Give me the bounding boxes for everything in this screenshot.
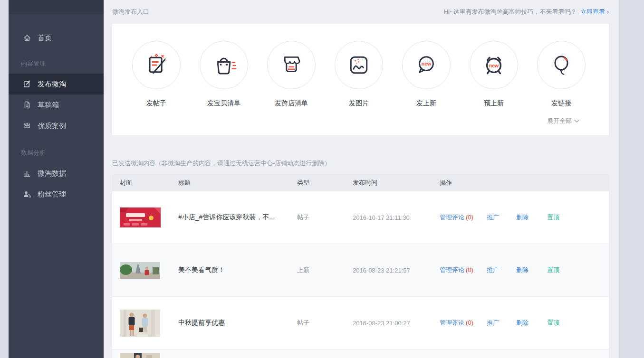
- sidebar-item-label: 微淘数据: [38, 169, 66, 178]
- column-header-actions: 操作: [440, 179, 609, 187]
- row-actions: 管理评论(0) 推广 删除 置顶: [440, 213, 609, 222]
- table-row: 美不美看气质！ 上新 2016-08-23 21:21:57 管理评论(0) 推…: [112, 244, 609, 296]
- expand-all-button[interactable]: 展开全部: [547, 117, 579, 125]
- topbar: 微淘发布入口 Hi~这里有发布微淘的高富帅技巧，不来看看吗？ 立即查看 ›: [112, 0, 609, 24]
- cover-cell: [112, 349, 178, 358]
- row-title: #小店_#告诉你应该穿秋装，不...: [178, 213, 297, 222]
- sidebar-item-drafts[interactable]: 草稿箱: [9, 94, 104, 115]
- entry-label: 预上新: [460, 99, 528, 108]
- table-row: [112, 349, 609, 358]
- row-publish-time: 2016-08-23 21:00:27: [353, 320, 440, 327]
- speech-new-icon[interactable]: new: [402, 41, 451, 89]
- svg-text:new: new: [489, 63, 499, 68]
- promote-link[interactable]: 推广: [487, 213, 499, 222]
- table-row: 中秋提前享优惠 帖子 2016-08-23 21:00:27 管理评论(0) 推…: [112, 296, 609, 349]
- published-section-title: 已发送微淘内容（非微淘生产的内容，请通过无线运营中心-店铺动态进行删除）: [112, 159, 609, 168]
- delete-link[interactable]: 删除: [516, 266, 529, 274]
- entry-image[interactable]: 发图片: [325, 41, 393, 108]
- row-title: 中秋提前享优惠: [178, 319, 297, 327]
- pin-to-top-link[interactable]: 置顶: [547, 213, 559, 222]
- entry-label: 发链接: [528, 99, 595, 108]
- entry-pre-new-arrival[interactable]: new 预上新: [460, 41, 528, 108]
- sidebar-item-label: 草稿箱: [38, 101, 59, 110]
- cover-thumbnail-men-fashion-photo[interactable]: [120, 310, 160, 337]
- bar-chart-icon: [23, 169, 31, 178]
- publish-entry-panel: 发帖子 发宝贝清单: [112, 24, 609, 135]
- entry-cross-shop-list[interactable]: 发跨店清单: [258, 41, 325, 108]
- promote-link[interactable]: 推广: [487, 319, 499, 327]
- pin-to-top-link[interactable]: 置顶: [547, 319, 559, 327]
- tip-text: Hi~这里有发布微淘的高富帅技巧，不来看看吗？: [444, 8, 577, 15]
- comment-count: (0): [466, 266, 473, 273]
- delete-link[interactable]: 删除: [516, 319, 529, 327]
- sidebar-item-fans-management[interactable]: 粉丝管理: [9, 184, 104, 205]
- sidebar-group-title-analytics: 数据分析: [9, 148, 104, 158]
- main-content: 微淘发布入口 Hi~这里有发布微淘的高富帅技巧，不来看看吗？ 立即查看 ›: [104, 0, 619, 358]
- page-title: 微淘发布入口: [112, 8, 149, 16]
- entry-label: 发上新: [393, 99, 460, 108]
- compose-icon: [23, 80, 31, 88]
- post-icon[interactable]: [132, 41, 181, 89]
- entry-product-list[interactable]: 发宝贝清单: [190, 41, 258, 108]
- image-icon[interactable]: [335, 41, 383, 89]
- cover-cell: [112, 262, 178, 279]
- delete-link[interactable]: 删除: [516, 213, 529, 222]
- manage-comments-label: 管理评论: [440, 266, 464, 273]
- sidebar-item-publish-weitao[interactable]: 发布微淘: [9, 74, 104, 94]
- sidebar-item-label: 粉丝管理: [38, 190, 66, 199]
- manage-comments-label: 管理评论: [440, 319, 464, 326]
- cover-thumbnail-red-banner[interactable]: [120, 207, 161, 227]
- table-row: #小店_#告诉你应该穿秋装，不... 帖子 2016-10-17 21:11:3…: [112, 191, 609, 244]
- entry-label: 发宝贝清单: [190, 99, 258, 108]
- cover-cell: [112, 207, 178, 227]
- entry-label: 发帖子: [123, 99, 190, 108]
- row-publish-time: 2016-08-23 21:21:57: [353, 267, 440, 274]
- column-header-cover: 封面: [112, 179, 178, 187]
- row-actions: 管理评论(0) 推广 删除 置顶: [440, 319, 609, 327]
- comment-count: (0): [466, 319, 473, 326]
- sidebar-group-title-content: 内容管理: [9, 59, 104, 68]
- sidebar-item-home[interactable]: 首页: [9, 28, 104, 48]
- sidebar-item-label: 发布微淘: [38, 80, 66, 89]
- fans-icon: [23, 190, 31, 198]
- pin-to-top-link[interactable]: 置顶: [547, 266, 559, 274]
- entry-list: 发帖子 发宝贝清单: [112, 24, 609, 108]
- sidebar: 首页 内容管理 发布微淘 草稿箱: [9, 0, 104, 358]
- row-actions: 管理评论(0) 推广 删除 置顶: [440, 266, 609, 274]
- shop-icon[interactable]: [267, 41, 316, 89]
- bag-icon[interactable]: [200, 41, 248, 89]
- sidebar-item-weitao-data[interactable]: 微淘数据: [9, 163, 104, 184]
- tip-bar: Hi~这里有发布微淘的高富帅技巧，不来看看吗？ 立即查看 ›: [444, 8, 609, 16]
- column-header-type: 类型: [297, 179, 353, 187]
- sidebar-top-strip: [9, 0, 104, 14]
- entry-post[interactable]: 发帖子: [123, 41, 190, 108]
- entry-new-arrival[interactable]: new 发上新: [393, 41, 460, 108]
- cover-thumbnail-outdoor-photo[interactable]: [120, 262, 160, 279]
- published-table: 封面 标题 类型 发布时间 操作: [112, 174, 609, 358]
- manage-comments-label: 管理评论: [440, 214, 464, 221]
- cover-thumbnail-partial-photo[interactable]: [120, 353, 160, 358]
- home-icon: [23, 34, 31, 42]
- entry-label: 发图片: [325, 99, 393, 108]
- draft-icon: [23, 101, 31, 109]
- sidebar-item-label: 首页: [38, 34, 52, 43]
- sidebar-item-quality-cases[interactable]: 优质案例: [9, 115, 104, 136]
- chevron-down-icon: [574, 120, 579, 123]
- row-type: 帖子: [297, 319, 353, 327]
- row-type: 上新: [297, 266, 353, 274]
- table-header: 封面 标题 类型 发布时间 操作: [112, 174, 609, 191]
- crown-icon: [23, 122, 31, 130]
- balloon-icon[interactable]: [537, 41, 586, 89]
- manage-comments-link[interactable]: 管理评论(0): [440, 213, 473, 222]
- svg-text:new: new: [422, 61, 432, 66]
- promote-link[interactable]: 推广: [487, 266, 499, 274]
- manage-comments-link[interactable]: 管理评论(0): [440, 266, 473, 274]
- view-now-link[interactable]: 立即查看 ›: [580, 8, 609, 15]
- manage-comments-link[interactable]: 管理评论(0): [440, 319, 473, 327]
- entry-link[interactable]: 发链接: [528, 41, 595, 108]
- expand-all-label: 展开全部: [547, 117, 572, 125]
- row-type: 帖子: [297, 213, 353, 222]
- alarm-new-icon[interactable]: new: [470, 41, 518, 89]
- column-header-time: 发布时间: [353, 179, 440, 187]
- row-title: 美不美看气质！: [178, 266, 297, 274]
